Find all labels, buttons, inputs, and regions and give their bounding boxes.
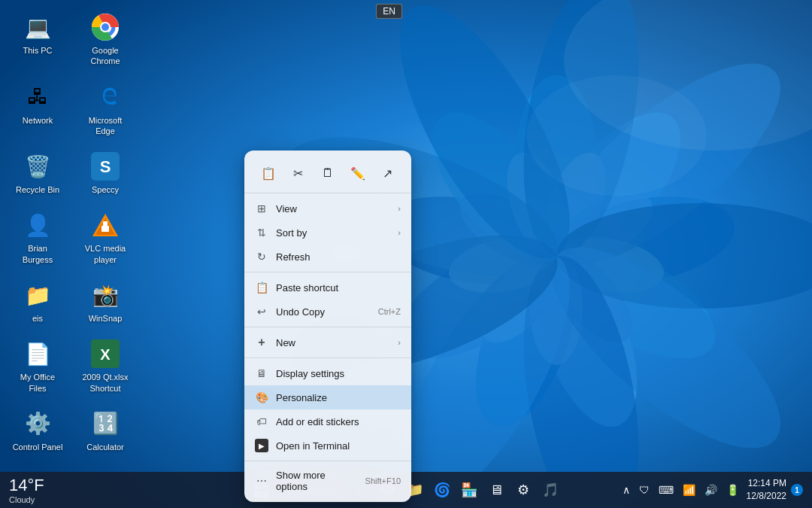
personalize-icon: 🎨 [255, 391, 268, 404]
cut-icon-btn[interactable]: ✂ [284, 160, 311, 187]
context-menu-new[interactable]: + New › [244, 330, 411, 354]
desktop-icon-vlc[interactable]: VLC media player [77, 205, 134, 269]
taskbar-settings[interactable]: ⚙ [511, 478, 535, 502]
tray-security-icon[interactable]: 🛡 [636, 482, 653, 497]
context-menu-view[interactable]: ⊞ View › [244, 196, 411, 221]
network-label: Network [23, 115, 53, 126]
taskbar-ms-store[interactable]: 🏪 [457, 478, 481, 502]
new-arrow: › [398, 338, 401, 347]
clipboard-icon-btn[interactable]: 📋 [255, 160, 282, 187]
recycle-bin-label: Recycle Bin [16, 184, 59, 195]
taskbar-ms-connect[interactable]: 🖥 [484, 478, 508, 502]
svg-text:X: X [100, 346, 111, 363]
tray-battery-icon[interactable]: 🔋 [723, 482, 742, 497]
tray-wifi-icon[interactable]: 📶 [680, 482, 698, 497]
network-icon: 🖧 [23, 82, 53, 112]
desktop-icon-chrome[interactable]: Google Chrome [77, 8, 134, 71]
sort-by-label: Sort by [276, 227, 390, 239]
desktop-icon-control-panel[interactable]: ⚙️ Control Panel [9, 404, 66, 457]
context-menu-divider-3 [244, 357, 411, 358]
desktop-icon-eis[interactable]: 📁 eis [9, 275, 66, 328]
weather-temp: 14°F [9, 476, 44, 495]
language-indicator[interactable]: EN [376, 4, 402, 19]
winsnap-label: WinSnap [89, 313, 123, 324]
clock-time: 12:14 PM [747, 477, 786, 490]
open-terminal-label: Open in Terminal [276, 440, 401, 452]
winsnap-icon: 📸 [90, 280, 120, 310]
chrome-label: Google Chrome [80, 45, 131, 67]
recycle-bin-icon: 🗑️ [23, 151, 53, 181]
ms-connect-icon: 🖥 [489, 482, 503, 498]
control-panel-label: Control Panel [13, 442, 63, 452]
edge-icon [90, 82, 120, 112]
control-panel-icon: ⚙️ [23, 409, 53, 439]
context-menu-divider-2 [244, 327, 411, 327]
open-terminal-icon: ▶ [255, 439, 268, 452]
system-clock[interactable]: 12:14 PM 12/8/2022 [747, 477, 786, 503]
desktop-icon-office-files[interactable]: 📄 My Office Files [9, 334, 66, 398]
desktop-icon-speccy[interactable]: S Speccy [77, 147, 134, 199]
tray-keyboard-icon[interactable]: ⌨ [656, 482, 677, 497]
context-menu-refresh[interactable]: ↻ Refresh [244, 245, 411, 269]
speccy-icon: S [90, 151, 120, 181]
view-icon: ⊞ [255, 202, 268, 215]
desktop-icon-network[interactable]: 🖧 Network [9, 78, 66, 141]
desktop-icon-recycle-bin[interactable]: 🗑️ Recycle Bin [9, 147, 66, 199]
context-menu-open-terminal[interactable]: ▶ Open in Terminal [244, 433, 411, 458]
desktop-icon-winsnap[interactable]: 📸 WinSnap [77, 275, 134, 328]
context-menu-sort-by[interactable]: ⇅ Sort by › [244, 221, 411, 245]
office-files-label: My Office Files [12, 372, 63, 394]
eis-icon: 📁 [23, 280, 53, 310]
tray-caret-icon[interactable]: ∧ [620, 482, 633, 497]
display-settings-icon: 🖥 [255, 367, 268, 380]
copy-icon-btn[interactable]: 🗒 [314, 160, 341, 187]
weather-desc: Cloudy [9, 495, 44, 504]
tray-volume-icon[interactable]: 🔊 [701, 482, 720, 497]
desktop[interactable]: EN 💻 This PC Google Chrome � [0, 0, 812, 472]
notification-badge[interactable]: 1 [791, 484, 803, 496]
desktop-icon-excel[interactable]: X 2009 Qt.xlsx Shortcut [77, 334, 134, 398]
this-pc-icon: 💻 [23, 12, 53, 42]
clock-date: 12/8/2022 [747, 490, 786, 503]
paste-shortcut-label: Paste shortcut [276, 282, 401, 294]
context-menu-add-edit-stickers[interactable]: 🏷 Add or edit stickers [244, 409, 411, 433]
edge-taskbar-icon: 🌀 [434, 482, 450, 498]
sort-by-arrow: › [398, 228, 401, 237]
calculator-label: Calculator [86, 442, 124, 452]
desktop-icon-this-pc[interactable]: 💻 This PC [9, 8, 66, 71]
undo-copy-icon: ↩ [255, 305, 268, 318]
excel-icon: X [90, 339, 120, 369]
context-menu-undo-copy[interactable]: ↩ Undo Copy Ctrl+Z [244, 300, 411, 324]
spotify-icon: 🎵 [542, 482, 559, 498]
this-pc-label: This PC [23, 45, 52, 56]
rename-icon-btn[interactable]: ✏️ [344, 160, 371, 187]
vlc-icon [90, 210, 120, 240]
vlc-label: VLC media player [80, 243, 131, 265]
desktop-icon-calculator[interactable]: 🔢 Calculator [77, 404, 134, 457]
paste-shortcut-icon: 📋 [255, 281, 268, 294]
taskbar-spotify[interactable]: 🎵 [538, 478, 562, 502]
refresh-label: Refresh [276, 251, 401, 263]
show-more-options-label: Show more options [276, 470, 358, 492]
weather-widget[interactable]: 14°F Cloudy [9, 476, 44, 504]
calculator-icon: 🔢 [90, 409, 120, 439]
context-menu-display-settings[interactable]: 🖥 Display settings [244, 361, 411, 385]
ms-store-icon: 🏪 [461, 482, 477, 498]
brian-burgess-label: Brian Burgess [12, 243, 63, 265]
display-settings-label: Display settings [276, 368, 401, 379]
add-edit-stickers-icon: 🏷 [255, 415, 268, 428]
view-label: View [276, 203, 390, 214]
personalize-label: Personalize [276, 392, 401, 403]
desktop-icon-brian-burgess[interactable]: 👤 Brian Burgess [9, 205, 66, 269]
add-edit-stickers-label: Add or edit stickers [276, 416, 401, 427]
desktop-icon-edge[interactable]: Microsoft Edge [77, 78, 134, 141]
new-icon: + [255, 336, 268, 349]
context-menu-personalize[interactable]: 🎨 Personalize [244, 385, 411, 409]
show-more-options-shortcut: Shift+F10 [365, 476, 401, 485]
taskbar-edge[interactable]: 🌀 [430, 478, 454, 502]
undo-copy-label: Undo Copy [276, 306, 371, 318]
context-menu-paste-shortcut[interactable]: 📋 Paste shortcut [244, 275, 411, 300]
svg-rect-40 [103, 221, 108, 227]
share-icon-btn[interactable]: ↗ [374, 160, 401, 187]
context-menu-show-more-options[interactable]: ⋯ Show more options Shift+F10 [244, 464, 411, 497]
